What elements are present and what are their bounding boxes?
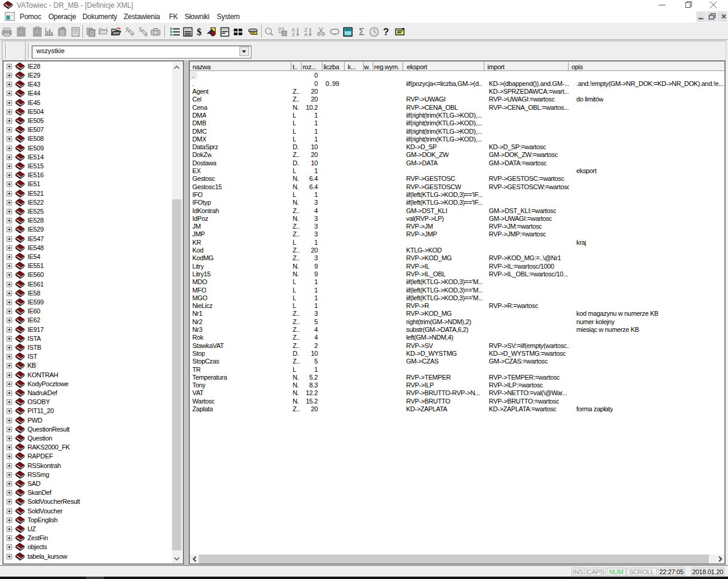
svg-text:$: $: [196, 27, 201, 37]
svg-text:?: ?: [383, 27, 389, 37]
svg-text:Z: Z: [291, 32, 294, 38]
svg-text:Σ: Σ: [358, 27, 364, 37]
svg-text:A: A: [303, 32, 307, 38]
